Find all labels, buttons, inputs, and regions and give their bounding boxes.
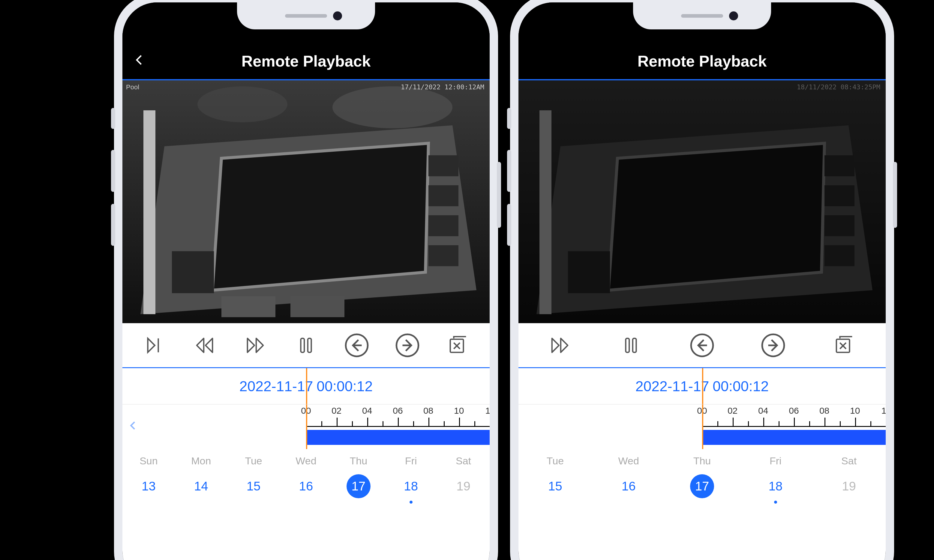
day-mon[interactable]: Mon14 [177,455,225,509]
video-timestamp: 17/11/2022 12:00:12AM [401,83,484,91]
volume-up-button [507,150,511,192]
svg-rect-22 [568,251,610,293]
svg-point-11 [332,86,452,128]
recorded-segment [702,430,886,445]
power-button [497,162,501,228]
rewind-button[interactable] [191,332,218,359]
day-number: 17 [690,474,714,498]
pause-button[interactable] [293,332,320,359]
forward-icon [550,335,570,356]
prev-clip-button[interactable] [343,332,370,359]
fast-forward-button[interactable] [242,332,269,359]
forward-icon [245,335,266,356]
next-clip-button[interactable] [760,332,787,359]
day-number: 19 [837,474,861,498]
svg-rect-14 [308,338,312,352]
tick-label: 1 [882,406,886,416]
timeline[interactable]: 00 02 04 06 08 10 1 [519,404,886,449]
day-label: Fri [770,455,781,467]
svg-rect-6 [290,296,344,317]
chevron-left-icon [128,420,139,431]
day-label: Wed [618,455,639,467]
day-number: 19 [451,474,475,498]
playback-controls [122,323,489,368]
day-label: Fri [405,455,417,467]
power-button [893,162,897,228]
svg-rect-9 [428,215,459,236]
playback-date: 2022-11-17 [636,378,709,394]
close-square-icon [448,335,469,356]
svg-point-12 [198,86,287,122]
playback-controls [519,323,886,368]
recorded-segment [306,430,489,445]
tick-label: 04 [758,406,768,416]
close-button[interactable] [831,332,858,359]
svg-rect-25 [824,215,854,236]
playback-time: 00:00:12 [713,378,769,394]
day-sat[interactable]: Sat19 [825,455,873,509]
arrow-right-circle-icon [760,332,786,358]
fast-forward-button[interactable] [547,332,573,359]
timeline-ruler: 00 02 04 06 08 10 1 [306,405,489,449]
arrow-left-circle-icon [689,332,715,358]
back-button[interactable] [133,52,146,70]
arrow-left-circle-icon [344,332,370,358]
speaker-grill [681,14,723,18]
day-fri[interactable]: Fri18 [387,455,435,509]
tick-label: 02 [332,406,341,416]
day-thu[interactable]: Thu17 [678,455,726,509]
day-number: 13 [136,474,161,498]
timeline-playhead-marker[interactable] [306,405,307,449]
pause-button[interactable] [618,332,644,359]
tick-label: 10 [850,406,860,416]
day-label: Thu [693,455,711,467]
day-wed[interactable]: Wed16 [282,455,330,509]
calendar-strip: Tue15 Wed16 Thu17 Fri18 Sat19 [519,449,886,509]
day-fri[interactable]: Fri18 [752,455,800,509]
day-label: Tue [547,455,564,467]
video-feed[interactable]: 18/11/2022 08:43:25PM [519,80,886,323]
notch [237,2,375,29]
day-sat[interactable]: Sat19 [439,455,487,509]
speaker-grill [285,14,327,18]
svg-rect-5 [221,296,275,317]
tick-label: 10 [454,406,464,416]
tick-label: 06 [393,406,403,416]
svg-marker-2 [212,143,428,290]
svg-rect-28 [633,338,636,352]
svg-rect-26 [824,245,854,266]
calendar-strip: Sun13 Mon14 Tue15 Wed16 Thu17 Fri18 Sat1… [122,449,489,509]
timeline-playhead-marker[interactable] [702,405,703,449]
header-title: Remote Playback [242,52,371,70]
playback-date: 2022-11-17 [239,378,313,394]
front-camera [729,11,738,20]
pause-icon [621,335,641,356]
rewind-icon [194,335,215,356]
day-thu[interactable]: Thu17 [335,455,383,509]
day-sun[interactable]: Sun13 [125,455,173,509]
timeline-prev-button[interactable] [128,420,139,434]
day-number: 15 [543,474,567,498]
pool-scene-image [519,80,886,323]
day-number: 16 [294,474,318,498]
close-button[interactable] [445,332,472,359]
arrow-right-circle-icon [394,332,421,358]
phone-mockup-right: Remote Playback 18/11/2022 [510,0,894,560]
day-label: Mon [191,455,211,467]
next-clip-button[interactable] [394,332,421,359]
day-tue[interactable]: Tue15 [531,455,579,509]
prev-clip-button[interactable] [689,332,716,359]
phone-mockup-left: Remote Playback [114,0,498,560]
day-wed[interactable]: Wed16 [605,455,653,509]
timeline[interactable]: 00 02 04 06 08 10 1 [122,404,489,449]
day-number: 18 [764,474,787,498]
play-frame-button[interactable] [140,332,167,359]
svg-rect-21 [539,110,551,314]
video-feed[interactable]: Pool 17/11/2022 12:00:12AM [122,80,489,323]
silence-switch [507,108,511,129]
svg-rect-10 [428,245,459,266]
day-tue[interactable]: Tue15 [230,455,278,509]
volume-down-button [507,204,511,246]
svg-marker-20 [608,143,824,290]
close-square-icon [834,335,855,356]
